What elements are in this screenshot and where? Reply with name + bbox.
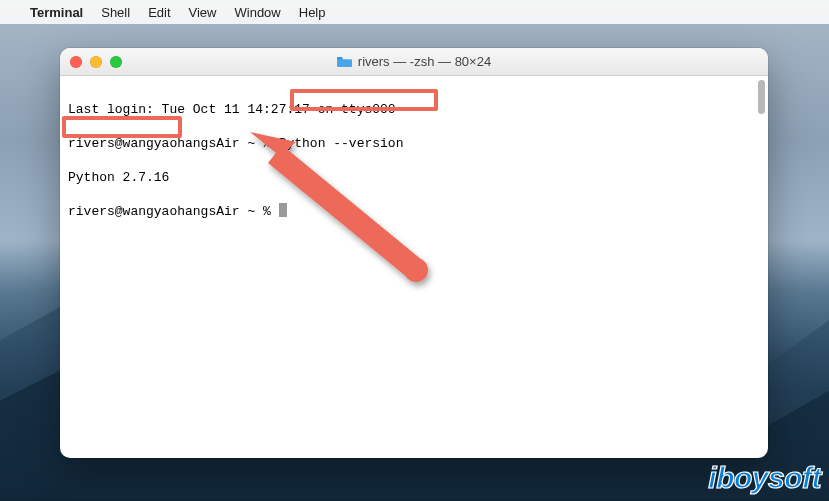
menu-help[interactable]: Help — [299, 5, 326, 20]
last-login-line: Last login: Tue Oct 11 14:27:17 on ttys0… — [68, 101, 760, 118]
folder-icon — [337, 56, 352, 68]
menu-view[interactable]: View — [189, 5, 217, 20]
terminal-cursor — [279, 203, 287, 217]
command-line: rivers@wangyaohangsAir ~ % Python --vers… — [68, 135, 760, 152]
window-controls — [70, 56, 122, 68]
menu-window[interactable]: Window — [235, 5, 281, 20]
watermark: iBoysoft — [708, 461, 821, 495]
close-button[interactable] — [70, 56, 82, 68]
typed-command: Python --version — [279, 136, 404, 151]
menu-edit[interactable]: Edit — [148, 5, 170, 20]
terminal-content[interactable]: Last login: Tue Oct 11 14:27:17 on ttys0… — [60, 76, 768, 458]
window-titlebar[interactable]: rivers — -zsh — 80×24 — [60, 48, 768, 76]
window-title-text: rivers — -zsh — 80×24 — [358, 54, 491, 69]
scrollbar-thumb[interactable] — [758, 80, 765, 114]
svg-rect-0 — [337, 57, 343, 59]
maximize-button[interactable] — [110, 56, 122, 68]
window-title: rivers — -zsh — 80×24 — [60, 54, 768, 69]
terminal-window: rivers — -zsh — 80×24 Last login: Tue Oc… — [60, 48, 768, 458]
prompt-line: rivers@wangyaohangsAir ~ % — [68, 203, 760, 220]
output-line: Python 2.7.16 — [68, 169, 760, 186]
minimize-button[interactable] — [90, 56, 102, 68]
app-menu[interactable]: Terminal — [30, 5, 83, 20]
macos-menu-bar: Terminal Shell Edit View Window Help — [0, 0, 829, 24]
menu-shell[interactable]: Shell — [101, 5, 130, 20]
